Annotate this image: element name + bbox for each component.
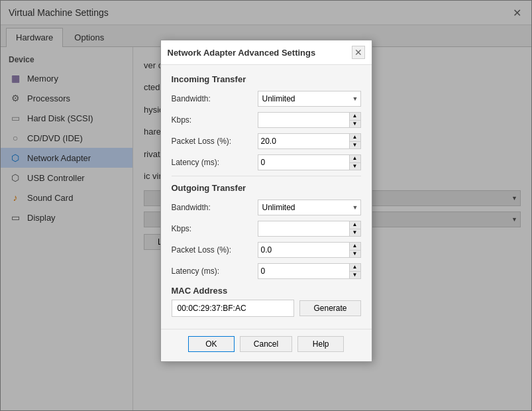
generate-mac-button[interactable]: Generate xyxy=(299,300,360,316)
outgoing-bandwidth-select[interactable]: Unlimited Custom xyxy=(258,200,361,215)
outgoing-kbps-up[interactable]: ▲ xyxy=(350,221,360,229)
outgoing-latency-down[interactable]: ▼ xyxy=(350,271,360,279)
outgoing-bandwidth-label: Bandwidth: xyxy=(172,203,258,212)
incoming-latency-spinner-buttons: ▲ ▼ xyxy=(349,155,360,170)
outgoing-kbps-label: Kbps: xyxy=(172,224,258,233)
incoming-latency-row: Latency (ms): ▲ ▼ xyxy=(172,154,361,170)
incoming-packet-loss-row: Packet Loss (%): ▲ ▼ xyxy=(172,133,361,149)
outgoing-kbps-input[interactable] xyxy=(258,221,349,236)
incoming-latency-input[interactable] xyxy=(258,155,349,170)
outgoing-section-label: Outgoing Transfer xyxy=(172,183,361,193)
mac-section-label: MAC Address xyxy=(172,286,361,296)
incoming-packet-loss-up[interactable]: ▲ xyxy=(350,134,360,141)
incoming-packet-loss-control: ▲ ▼ xyxy=(258,133,361,149)
incoming-packet-loss-down[interactable]: ▼ xyxy=(350,141,360,149)
incoming-bandwidth-select-wrapper: Unlimited Custom xyxy=(258,91,361,107)
outgoing-latency-label: Latency (ms): xyxy=(172,266,258,276)
outgoing-kbps-spinner: ▲ ▼ xyxy=(258,221,361,237)
incoming-latency-spinner: ▲ ▼ xyxy=(258,154,361,170)
incoming-kbps-up[interactable]: ▲ xyxy=(350,113,360,120)
outgoing-packet-loss-up[interactable]: ▲ xyxy=(350,243,360,250)
incoming-kbps-input[interactable] xyxy=(258,113,349,127)
dialog-close-button[interactable]: ✕ xyxy=(352,46,365,59)
incoming-kbps-row: Kbps: ▲ ▼ xyxy=(172,112,361,128)
outgoing-latency-up[interactable]: ▲ xyxy=(350,264,360,271)
dialog-title: Network Adapter Advanced Settings xyxy=(168,48,316,58)
dialog-help-button[interactable]: Help xyxy=(297,336,344,352)
dialog-ok-button[interactable]: OK xyxy=(188,336,235,352)
mac-section: MAC Address Generate xyxy=(172,286,361,317)
outgoing-packet-loss-label: Packet Loss (%): xyxy=(172,245,258,255)
incoming-section-label: Incoming Transfer xyxy=(172,74,361,84)
outgoing-packet-loss-input[interactable] xyxy=(258,243,349,257)
section-divider xyxy=(172,176,361,176)
incoming-kbps-label: Kbps: xyxy=(172,115,258,125)
incoming-bandwidth-label: Bandwidth: xyxy=(172,94,258,103)
incoming-packet-loss-spinner-buttons: ▲ ▼ xyxy=(349,134,360,148)
outgoing-kbps-down[interactable]: ▼ xyxy=(350,229,360,237)
mac-row: Generate xyxy=(172,300,361,317)
outgoing-kbps-control: ▲ ▼ xyxy=(258,221,361,237)
incoming-bandwidth-control: Unlimited Custom xyxy=(258,91,361,107)
dialog-content: Incoming Transfer Bandwidth: Unlimited C… xyxy=(161,65,372,326)
outgoing-kbps-spinner-buttons: ▲ ▼ xyxy=(349,221,360,236)
incoming-bandwidth-row: Bandwidth: Unlimited Custom xyxy=(172,91,361,107)
outgoing-bandwidth-row: Bandwidth: Unlimited Custom xyxy=(172,200,361,215)
outgoing-latency-control: ▲ ▼ xyxy=(258,263,361,279)
incoming-latency-up[interactable]: ▲ xyxy=(350,155,360,162)
outgoing-latency-spinner: ▲ ▼ xyxy=(258,263,361,279)
outgoing-packet-loss-row: Packet Loss (%): ▲ ▼ xyxy=(172,242,361,258)
incoming-packet-loss-input[interactable] xyxy=(258,134,349,148)
outgoing-packet-loss-control: ▲ ▼ xyxy=(258,242,361,258)
advanced-settings-dialog: Network Adapter Advanced Settings ✕ Inco… xyxy=(160,40,372,362)
dialog-bottom-buttons: OK Cancel Help xyxy=(161,329,372,361)
outgoing-latency-input[interactable] xyxy=(258,264,349,278)
mac-address-input[interactable] xyxy=(172,300,295,317)
dialog-title-bar: Network Adapter Advanced Settings ✕ xyxy=(161,40,372,65)
incoming-latency-down[interactable]: ▼ xyxy=(350,162,360,170)
incoming-packet-loss-label: Packet Loss (%): xyxy=(172,137,258,146)
incoming-latency-control: ▲ ▼ xyxy=(258,154,361,170)
outgoing-packet-loss-spinner-buttons: ▲ ▼ xyxy=(349,243,360,257)
outgoing-packet-loss-down[interactable]: ▼ xyxy=(350,250,360,258)
outgoing-packet-loss-spinner: ▲ ▼ xyxy=(258,242,361,258)
incoming-kbps-spinner: ▲ ▼ xyxy=(258,112,361,128)
dialog-cancel-button[interactable]: Cancel xyxy=(240,336,292,352)
outgoing-bandwidth-control: Unlimited Custom xyxy=(258,200,361,215)
outgoing-latency-row: Latency (ms): ▲ ▼ xyxy=(172,263,361,279)
dialog-overlay: Network Adapter Advanced Settings ✕ Inco… xyxy=(0,0,532,411)
outgoing-latency-spinner-buttons: ▲ ▼ xyxy=(349,264,360,278)
outgoing-bandwidth-select-wrapper: Unlimited Custom xyxy=(258,200,361,215)
incoming-packet-loss-spinner: ▲ ▼ xyxy=(258,133,361,149)
incoming-bandwidth-select[interactable]: Unlimited Custom xyxy=(258,91,361,107)
incoming-kbps-control: ▲ ▼ xyxy=(258,112,361,128)
main-window: Virtual Machine Settings ✕ Hardware Opti… xyxy=(0,0,532,411)
incoming-kbps-down[interactable]: ▼ xyxy=(350,120,360,128)
outgoing-kbps-row: Kbps: ▲ ▼ xyxy=(172,221,361,237)
incoming-latency-label: Latency (ms): xyxy=(172,158,258,167)
incoming-kbps-spinner-buttons: ▲ ▼ xyxy=(349,113,360,127)
